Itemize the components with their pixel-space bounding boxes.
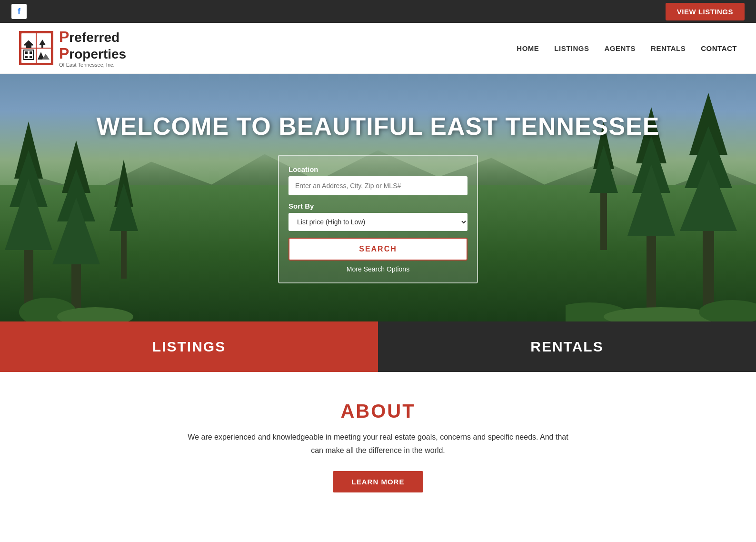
facebook-icon[interactable]: f <box>11 4 27 19</box>
search-box: Location Sort By List price (High to Low… <box>278 155 478 283</box>
sort-label: Sort By <box>288 202 468 210</box>
hero-content: WELCOME TO BEAUTIFUL EAST TENNESSEE Loca… <box>0 112 756 283</box>
about-section: ABOUT We are experienced and knowledgeab… <box>0 372 756 511</box>
search-button[interactable]: SEARCH <box>288 238 468 261</box>
logo-image <box>19 31 53 65</box>
header: PreferredProperties Of East Tennessee, I… <box>0 23 756 74</box>
more-search-options-link[interactable]: More Search Options <box>288 265 468 273</box>
svg-rect-11 <box>25 56 28 58</box>
about-title: ABOUT <box>95 401 661 422</box>
about-text: We are experienced and knowledgeable in … <box>188 431 568 456</box>
nav-agents[interactable]: AGENTS <box>605 44 636 52</box>
cta-listings[interactable]: LISTINGS <box>0 321 378 372</box>
sort-select[interactable]: List price (High to Low) List price (Low… <box>288 213 468 231</box>
nav-contact[interactable]: CONTACT <box>701 44 737 52</box>
nav-home[interactable]: HOME <box>517 44 539 52</box>
nav-rentals[interactable]: RENTALS <box>651 44 686 52</box>
hero-title: WELCOME TO BEAUTIFUL EAST TENNESSEE <box>97 112 660 141</box>
svg-rect-7 <box>41 45 43 48</box>
svg-rect-10 <box>30 51 32 54</box>
learn-more-button[interactable]: LEARN MORE <box>333 471 424 492</box>
logo[interactable]: PreferredProperties Of East Tennessee, I… <box>19 29 126 68</box>
logo-title: PreferredProperties <box>59 29 126 62</box>
svg-rect-9 <box>25 51 28 54</box>
nav-listings[interactable]: LISTINGS <box>554 44 589 52</box>
view-listings-button[interactable]: VIEW LISTINGS <box>666 3 745 20</box>
hero-section: WELCOME TO BEAUTIFUL EAST TENNESSEE Loca… <box>0 74 756 321</box>
svg-rect-5 <box>26 45 31 48</box>
logo-subtitle: Of East Tennessee, Inc. <box>59 62 126 68</box>
location-input[interactable] <box>288 176 468 195</box>
main-nav: HOME LISTINGS AGENTS RENTALS CONTACT <box>517 44 737 52</box>
top-bar: f VIEW LISTINGS <box>0 0 756 23</box>
cta-bar: LISTINGS RENTALS <box>0 321 756 372</box>
svg-rect-12 <box>30 56 32 58</box>
logo-text: PreferredProperties Of East Tennessee, I… <box>59 29 126 68</box>
cta-rentals[interactable]: RENTALS <box>378 321 756 372</box>
location-label: Location <box>288 165 468 173</box>
